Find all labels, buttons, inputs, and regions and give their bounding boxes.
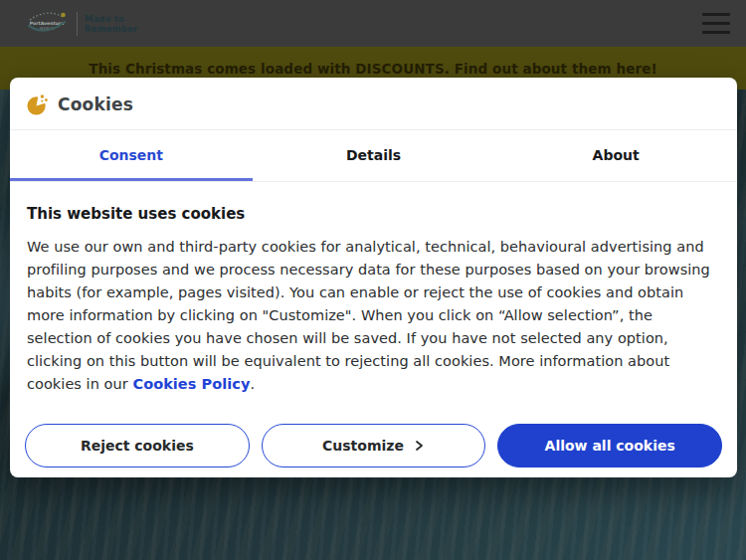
customize-button[interactable]: Customize (262, 424, 486, 467)
brand-logo[interactable]: PortAventura WORLD Made to Remember (24, 10, 137, 38)
cookies-policy-link[interactable]: Cookies Policy (132, 376, 250, 392)
tab-about[interactable]: About (494, 130, 737, 181)
cookie-dialog-content: This website uses cookies We use our own… (10, 182, 737, 424)
customize-button-label: Customize (322, 438, 404, 454)
chevron-right-icon (413, 440, 425, 452)
tab-consent[interactable]: Consent (10, 130, 253, 181)
consent-text-body: We use our own and third-party cookies f… (27, 239, 710, 392)
cookie-icon (26, 93, 49, 116)
cookie-consent-dialog: Cookies Consent Details About This websi… (10, 78, 737, 477)
site-header: PortAventura WORLD Made to Remember (0, 0, 746, 47)
cookie-dialog-header: Cookies (10, 78, 737, 130)
logo-tagline: Made to Remember (85, 14, 137, 34)
cookie-dialog-title: Cookies (58, 94, 133, 114)
cookie-dialog-tabs: Consent Details About (10, 130, 737, 182)
consent-text-period: . (250, 376, 255, 392)
allow-all-cookies-button[interactable]: Allow all cookies (497, 424, 722, 467)
cookie-consent-heading: This website uses cookies (27, 205, 720, 223)
promo-banner-text[interactable]: This Christmas comes loaded with DISCOUN… (89, 61, 656, 77)
cookie-consent-text: We use our own and third-party cookies f… (27, 236, 720, 396)
page: PortAventura WORLD Made to Remember This… (0, 0, 746, 560)
portaventura-logo-icon: PortAventura WORLD (24, 10, 70, 38)
tab-details[interactable]: Details (253, 130, 495, 181)
hamburger-menu-icon[interactable] (702, 13, 730, 34)
reject-cookies-button[interactable]: Reject cookies (25, 424, 250, 467)
cookie-dialog-buttons: Reject cookies Customize Allow all cooki… (10, 424, 737, 477)
logo-divider (77, 12, 78, 36)
